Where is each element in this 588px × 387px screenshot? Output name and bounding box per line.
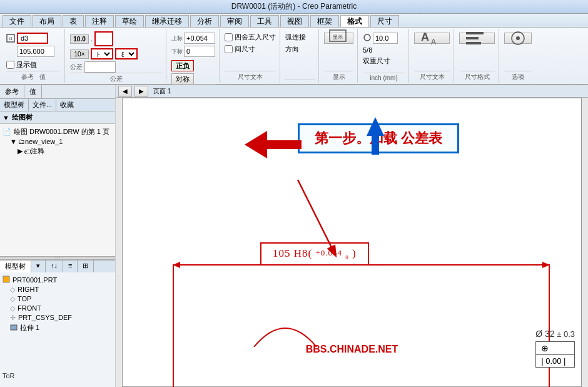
bottom-tab-arrow[interactable]: ▾ xyxy=(31,261,46,272)
dim-name-input[interactable] xyxy=(17,33,48,44)
tree-tab-favorites[interactable]: 收藏 xyxy=(56,99,78,111)
tree-tab-model[interactable]: 模型树 xyxy=(0,99,29,111)
interval-label: 间尺寸 xyxy=(235,44,255,54)
tab-file[interactable]: 文件 xyxy=(3,15,31,27)
left-tab-val[interactable]: 值 xyxy=(24,85,42,98)
ribbon-group-format: 尺寸格式 xyxy=(455,29,499,83)
sizetext-button[interactable]: A A xyxy=(414,33,450,44)
tree-item-view[interactable]: ▼ 🗂 new_view_1 xyxy=(3,137,113,146)
canvas-toolbar: ◀ ▶ 页面 1 xyxy=(116,85,588,98)
tab-annotation[interactable]: 注释 xyxy=(85,15,114,27)
duicheng-button[interactable]: 对称 xyxy=(171,73,194,85)
ribbon-group-sizetext: A A 尺寸文本 xyxy=(410,29,454,83)
plane-icon2: ◇ xyxy=(10,295,15,303)
options-group-label: 选项 xyxy=(504,71,532,81)
svg-rect-12 xyxy=(3,276,9,282)
tree-item-extrude[interactable]: 拉伸 1 xyxy=(3,322,113,333)
zoom-input[interactable] xyxy=(373,33,398,44)
bottom-tab-list[interactable]: ≡ xyxy=(63,261,78,272)
tor-label: ToR xyxy=(3,372,15,379)
main-layout: 参考 值 模型树 文件... 收藏 ▼ 绘图树 📄 绘图 DRW000 xyxy=(0,85,588,387)
expand-icon2: ▶ xyxy=(18,147,23,155)
tol-frame-box: ⊕ | 0.00 | xyxy=(535,341,575,368)
fourfive-checkbox[interactable] xyxy=(225,33,233,41)
left-tab-ref[interactable]: 参考 xyxy=(0,85,24,98)
tree-section-label: ▼ 绘图树 xyxy=(0,111,115,124)
tab-tools[interactable]: 工具 xyxy=(250,15,279,27)
upper-tol-prefix: 上标 xyxy=(171,34,183,43)
zhengfu-button[interactable]: 正负 xyxy=(171,60,194,71)
ribbon-group-display: 显示 显示 xyxy=(320,29,358,83)
tree-tab-file[interactable]: 文件... xyxy=(29,99,56,111)
tab-frame[interactable]: 框架 xyxy=(310,15,339,27)
annotation-icon: 🏷 xyxy=(24,148,31,155)
drawing-canvas: 第一步。加载 公差表 xyxy=(122,98,582,387)
dim-value-input[interactable] xyxy=(17,46,54,57)
tab-table[interactable]: 表 xyxy=(63,15,84,27)
lower-tol-input[interactable] xyxy=(184,46,215,57)
zoom-icon xyxy=(363,33,372,44)
ribbon-group-options: 选项 xyxy=(500,29,535,83)
tab-format[interactable]: 格式 xyxy=(340,15,369,27)
canvas-back-button[interactable]: ◀ xyxy=(118,86,132,97)
bottom-tab-grid[interactable]: ⊞ xyxy=(78,261,94,272)
tab-dimension[interactable]: 尺寸 xyxy=(370,15,399,27)
tab-review[interactable]: 审阅 xyxy=(220,15,249,27)
tolerance-value-label: 10.0 xyxy=(70,34,89,44)
tree-item-front[interactable]: ◇ FRONT xyxy=(3,304,113,313)
canvas-forward-button[interactable]: ▶ xyxy=(134,86,148,97)
tol-frame-row1: ⊕ xyxy=(536,342,574,355)
tree-item-csys[interactable]: ✛ PRT_CSYS_DEF xyxy=(3,313,113,322)
lower-tol-prefix: 下标 xyxy=(171,48,183,56)
tree-item-drw[interactable]: 📄 绘图 DRW0001.DRW 的第 1 页 xyxy=(3,126,113,137)
svg-point-4 xyxy=(364,34,370,41)
canvas-page-label: 页面 1 xyxy=(153,87,171,96)
tolerance-group-label: 公差 xyxy=(70,73,162,83)
arc-connect-label: 弧连接 xyxy=(285,33,315,42)
upper-tol-input[interactable] xyxy=(184,33,215,44)
ribbon-group-tolerance: 10.0 . 孔 10× H f g 8 7 9 xyxy=(66,29,166,83)
red-arrow-annotation xyxy=(245,131,302,158)
interval-checkbox[interactable] xyxy=(225,45,233,53)
page-icon: 📄 xyxy=(3,128,11,136)
hole-input[interactable]: 孔 xyxy=(98,33,109,44)
tree-item-top[interactable]: ◇ TOP xyxy=(3,294,113,304)
tolerance-annotation: Ø 32 ± 0.3 ⊕ | 0.00 | xyxy=(535,329,575,368)
expand-icon: ▼ xyxy=(10,138,17,145)
svg-text:d: d xyxy=(9,36,12,41)
tree-item-right[interactable]: ◇ RIGHT xyxy=(3,285,113,294)
display-value-label: 显示值 xyxy=(16,60,37,70)
tab-inherit[interactable]: 继承迁移 xyxy=(145,15,189,27)
display-button[interactable]: 显示 xyxy=(324,33,353,44)
tab-analysis[interactable]: 分析 xyxy=(190,15,219,27)
svg-rect-7 xyxy=(466,32,484,34)
bbs-watermark: BBS.CHINADE.NET xyxy=(306,344,398,355)
collapse-icon: ▼ xyxy=(3,114,9,121)
view-icon: 🗂 xyxy=(18,138,25,145)
tol-value-input[interactable]: 0.123 xyxy=(84,61,116,73)
tree-item-prt[interactable]: PRT0001.PRT xyxy=(3,275,113,285)
display-value-checkbox[interactable] xyxy=(6,61,14,69)
tree-area: 📄 绘图 DRW0001.DRW 的第 1 页 ▼ 🗂 new_view_1 ▶… xyxy=(0,124,115,256)
options-button[interactable] xyxy=(504,33,532,44)
bottom-model-tree: 模型树 ▾ ↑↓ ≡ ⊞ xyxy=(0,260,115,388)
tab-sketch[interactable]: 草绘 xyxy=(115,15,144,27)
tree-item-annotation[interactable]: ▶ 🏷 注释 xyxy=(3,146,113,157)
format-button[interactable] xyxy=(459,33,495,44)
ribbon-group-sign: 上标 下标 正负 对称 公差 xyxy=(168,29,220,83)
dot-separator: . xyxy=(91,36,93,43)
fit-select-8[interactable]: 8 7 9 xyxy=(115,48,138,59)
circle-plus-icon: ⊕ xyxy=(541,343,549,353)
svg-point-11 xyxy=(516,36,520,40)
part-line-left xyxy=(173,264,174,387)
bottom-tab-modeltree[interactable]: 模型树 xyxy=(0,261,31,272)
tab-view[interactable]: 视图 xyxy=(280,15,309,27)
fit-select-H[interactable]: H f g xyxy=(91,48,113,59)
sizetext-group-label: 尺寸文本 xyxy=(414,71,450,81)
bottom-tab-sort[interactable]: ↑↓ xyxy=(46,261,63,272)
canvas-area: ◀ ▶ 页面 1 第一步。加载 公差表 xyxy=(116,85,588,387)
tab-layout[interactable]: 布局 xyxy=(33,15,61,27)
svg-text:A: A xyxy=(421,31,429,43)
svg-text:显示: 显示 xyxy=(333,34,343,40)
extrude-icon xyxy=(10,323,18,332)
